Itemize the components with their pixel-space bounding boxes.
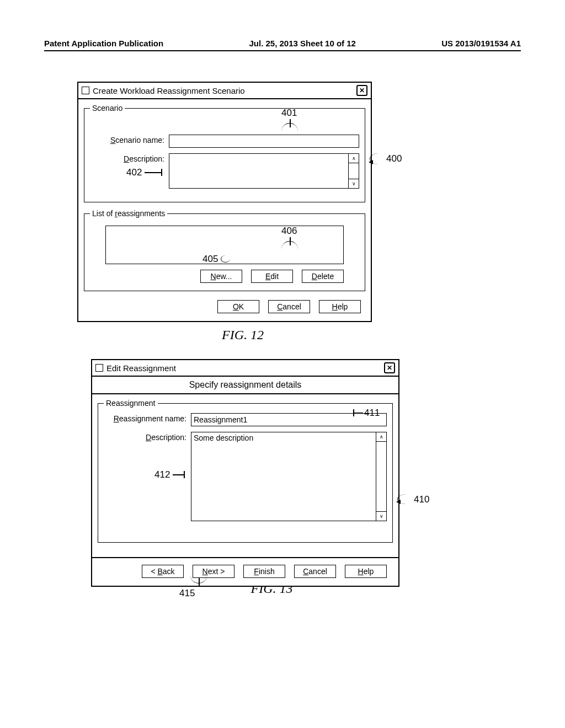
- fig13-block: Edit Reassignment ✕ Specify reassignment…: [91, 359, 408, 596]
- window-icon: [95, 364, 103, 372]
- new-button[interactable]: New...: [200, 270, 242, 283]
- reassignment-name-label: Reassignment name:: [104, 413, 191, 423]
- list-buttons: New... Edit Delete: [90, 270, 359, 283]
- callout-410: 410: [414, 494, 429, 505]
- lead-402v: [161, 169, 162, 176]
- help-button-13[interactable]: Help: [345, 565, 387, 578]
- wizard-subtitle: Specify reassignment details: [92, 377, 398, 394]
- lead-411: [353, 413, 363, 414]
- dialog-body-13: Reassignment Reassignment name: Descript…: [92, 394, 398, 557]
- scroll-up-icon[interactable]: ∧: [349, 154, 359, 163]
- window-title-13: Edit Reassignment: [106, 363, 176, 373]
- scroll-down-icon[interactable]: ∨: [376, 511, 386, 521]
- title-left-13: Edit Reassignment: [95, 363, 176, 373]
- header-left: Patent Application Publication: [44, 39, 163, 48]
- scenario-name-label: Scenario name:: [90, 135, 169, 144]
- description-textarea[interactable]: [169, 154, 348, 188]
- callout-405: 405: [202, 254, 218, 265]
- row-scenario-name: Scenario name:: [90, 135, 359, 148]
- description-wrap-13: ∧ ∨: [191, 432, 387, 521]
- close-icon[interactable]: ✕: [356, 85, 367, 96]
- lead-402: [145, 172, 161, 173]
- callout-400: 400: [386, 153, 402, 164]
- description-label: Description:: [90, 153, 169, 163]
- lead-411v: [353, 409, 354, 416]
- titlebar-13: Edit Reassignment ✕: [92, 360, 398, 377]
- cancel-button-13[interactable]: Cancel: [294, 565, 336, 578]
- groupbox-scenario-legend: Scenario: [90, 104, 125, 113]
- description-label-13: Description:: [104, 432, 191, 442]
- lead-412: [173, 474, 184, 475]
- row-description-13: Description: ∧ ∨: [104, 432, 387, 521]
- scroll-down-icon[interactable]: ∨: [349, 179, 359, 188]
- lead-412v: [184, 471, 185, 478]
- title-left: Create Workload Reassignment Scenario: [82, 86, 245, 95]
- callout-415: 415: [179, 588, 195, 599]
- lead-405: [221, 255, 230, 263]
- delete-button[interactable]: Delete: [302, 270, 344, 283]
- fig12-caption: FIG. 12: [77, 328, 408, 342]
- scroll-up-icon[interactable]: ∧: [376, 432, 386, 442]
- wizard-buttons: < Back Next > Finish Cancel Help: [92, 557, 398, 586]
- page: Patent Application Publication Jul. 25, …: [0, 0, 565, 635]
- dialog-body: Scenario Scenario name: Description: ∧: [78, 99, 371, 321]
- callout-401: 401: [281, 108, 297, 119]
- edit-button[interactable]: Edit: [251, 270, 293, 283]
- cancel-button[interactable]: Cancel: [268, 300, 310, 313]
- arrow-400: [369, 160, 373, 164]
- callout-412: 412: [154, 469, 170, 480]
- back-button[interactable]: < Back: [142, 565, 184, 578]
- header-center: Jul. 25, 2013 Sheet 10 of 12: [249, 39, 355, 48]
- page-header: Patent Application Publication Jul. 25, …: [44, 39, 521, 51]
- callout-406: 406: [281, 226, 297, 237]
- titlebar: Create Workload Reassignment Scenario ✕: [78, 83, 371, 99]
- groupbox-list-legend: List of reassignments: [90, 209, 167, 218]
- reassignment-name-input[interactable]: [191, 413, 387, 426]
- header-right: US 2013/0191534 A1: [441, 39, 521, 48]
- fig12-block: Create Workload Reassignment Scenario ✕ …: [77, 82, 408, 342]
- groupbox-reassignment: Reassignment Reassignment name: Descript…: [98, 399, 393, 543]
- dialog-edit-reassignment: Edit Reassignment ✕ Specify reassignment…: [91, 359, 399, 587]
- dialog-create-scenario: Create Workload Reassignment Scenario ✕ …: [77, 82, 372, 322]
- scrollbar-13[interactable]: ∧ ∨: [376, 432, 386, 521]
- scenario-name-input[interactable]: [169, 135, 359, 148]
- ok-button[interactable]: OK: [217, 300, 259, 313]
- figures-wrap: Create Workload Reassignment Scenario ✕ …: [77, 82, 408, 596]
- finish-button[interactable]: Finish: [243, 565, 285, 578]
- groupbox-reassignment-legend: Reassignment: [104, 399, 158, 408]
- callout-402: 402: [126, 167, 142, 178]
- row-reassignment-name: Reassignment name:: [104, 413, 387, 426]
- window-icon: [82, 87, 89, 94]
- window-title: Create Workload Reassignment Scenario: [93, 86, 245, 95]
- close-icon[interactable]: ✕: [384, 362, 395, 373]
- groupbox-list: List of reassignments New... Edit Delete: [84, 209, 365, 291]
- arrow-410: [396, 500, 401, 504]
- dialog-buttons: OK Cancel Help: [84, 298, 365, 313]
- description-textarea-13[interactable]: [191, 432, 376, 521]
- help-button[interactable]: Help: [319, 300, 361, 313]
- groupbox-scenario: Scenario Scenario name: Description: ∧: [84, 104, 365, 202]
- scrollbar[interactable]: ∧ ∨: [348, 154, 359, 188]
- callout-411: 411: [364, 408, 380, 419]
- description-wrap: ∧ ∨: [169, 153, 359, 189]
